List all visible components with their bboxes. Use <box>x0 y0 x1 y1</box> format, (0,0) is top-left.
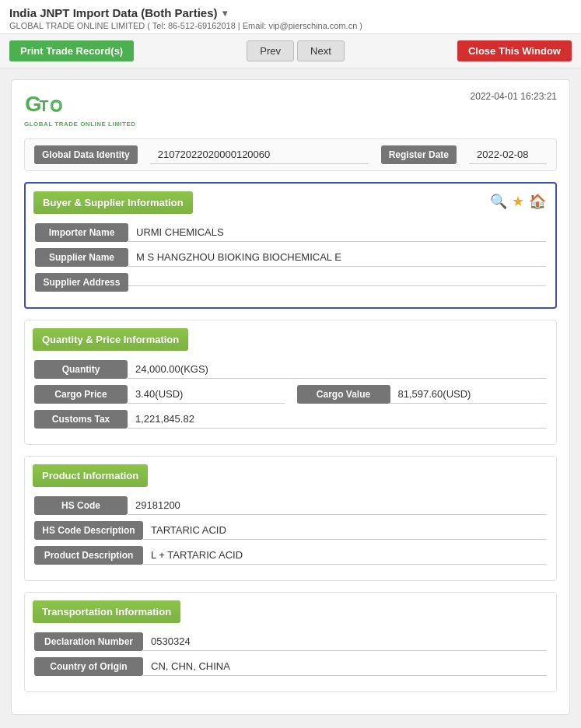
star-icon[interactable]: ★ <box>512 193 524 210</box>
transportation-body: Declaration Number 0530324 Country of Or… <box>25 629 556 691</box>
buyer-supplier-body: Importer Name URMI CHEMICALS Supplier Na… <box>26 220 555 307</box>
supplier-address-value <box>128 279 546 286</box>
quantity-price-body: Quantity 24,000.00(KGS) Cargo Price 3.40… <box>25 357 556 444</box>
print-button[interactable]: Print Trade Record(s) <box>9 40 134 61</box>
main-content: G T O GLOBAL TRADE ONLINE LIMITED 2022-0… <box>0 68 581 726</box>
quantity-value: 24,000.00(KGS) <box>128 360 547 379</box>
customs-tax-value: 1,221,845.82 <box>128 410 547 429</box>
hs-desc-label: HS Code Description <box>34 521 143 540</box>
quantity-price-section: Quantity & Price Information Quantity 24… <box>24 320 557 445</box>
hs-desc-value: TARTARIC ACID <box>143 521 547 540</box>
customs-tax-row: Customs Tax 1,221,845.82 <box>34 410 547 429</box>
country-label: Country of Origin <box>34 657 143 676</box>
supplier-row: Supplier Name M S HANGZHOU BIOKING BIOCH… <box>35 248 546 267</box>
declaration-row: Declaration Number 0530324 <box>34 632 547 651</box>
svg-text:O: O <box>51 97 62 114</box>
subtitle-text: GLOBAL TRADE ONLINE LIMITED ( Tel: 86-51… <box>9 21 572 30</box>
hs-code-row: HS Code 29181200 <box>34 496 547 515</box>
quantity-row: Quantity 24,000.00(KGS) <box>34 360 547 379</box>
product-desc-value: L + TARTARIC ACID <box>143 546 547 565</box>
svg-text:T: T <box>40 97 49 114</box>
identity-value: 21072022020000120060 <box>150 145 369 164</box>
cargo-price-value: 3.40(USD) <box>128 385 285 404</box>
register-date-label: Register Date <box>381 145 457 164</box>
page-title: India JNPT Import Data (Both Parties) ▾ <box>9 6 572 19</box>
transportation-section: Transportation Information Declaration N… <box>24 592 557 692</box>
declaration-label: Declaration Number <box>34 632 143 651</box>
logo-area: G T O GLOBAL TRADE ONLINE LIMITED <box>24 91 136 128</box>
product-header: Product Information <box>33 464 148 487</box>
toolbar: Print Trade Record(s) Prev Next Close Th… <box>0 34 581 68</box>
global-data-row: Global Data Identity 2107202202000012006… <box>24 138 557 171</box>
nav-buttons: Prev Next <box>247 40 344 61</box>
supplier-value: M S HANGZHOU BIOKING BIOCHEMICAL E <box>128 248 546 267</box>
cargo-price-label: Cargo Price <box>34 385 128 404</box>
identity-label: Global Data Identity <box>34 145 138 164</box>
logo-text: GLOBAL TRADE ONLINE LIMITED <box>24 121 136 128</box>
cargo-value-field: Cargo Value 81,597.60(USD) <box>297 385 548 404</box>
prev-button[interactable]: Prev <box>247 40 294 61</box>
declaration-value: 0530324 <box>143 632 547 651</box>
supplier-address-label: Supplier Address <box>35 273 128 292</box>
country-row: Country of Origin CN, CHN, CHINA <box>34 657 547 676</box>
record-card: G T O GLOBAL TRADE ONLINE LIMITED 2022-0… <box>11 79 570 715</box>
register-date-value: 2022-02-08 <box>469 145 547 164</box>
gto-logo: G T O <box>24 91 65 119</box>
close-button[interactable]: Close This Window <box>457 40 572 61</box>
transportation-header: Transportation Information <box>33 600 180 623</box>
search-icon[interactable]: 🔍 <box>490 193 507 210</box>
supplier-label: Supplier Name <box>35 248 128 267</box>
hs-code-label: HS Code <box>34 496 128 515</box>
product-section: Product Information HS Code 29181200 HS … <box>24 456 557 581</box>
top-bar: India JNPT Import Data (Both Parties) ▾ … <box>0 0 581 34</box>
product-desc-label: Product Description <box>34 546 143 565</box>
record-datetime: 2022-04-01 16:23:21 <box>471 91 557 102</box>
home-icon[interactable]: 🏠 <box>529 193 546 210</box>
cargo-value-label: Cargo Value <box>297 385 390 404</box>
importer-label: Importer Name <box>35 223 128 242</box>
next-button[interactable]: Next <box>297 40 345 61</box>
buyer-supplier-section: 🔍 ★ 🏠 Buyer & Supplier Information Impor… <box>24 182 557 309</box>
importer-row: Importer Name URMI CHEMICALS <box>35 223 546 242</box>
record-header: G T O GLOBAL TRADE ONLINE LIMITED 2022-0… <box>24 91 557 128</box>
cargo-price-field: Cargo Price 3.40(USD) <box>34 385 285 404</box>
quantity-label: Quantity <box>34 360 128 379</box>
cargo-value-value: 81,597.60(USD) <box>390 385 548 404</box>
customs-tax-label: Customs Tax <box>34 410 128 429</box>
product-body: HS Code 29181200 HS Code Description TAR… <box>25 493 556 580</box>
title-text: India JNPT Import Data (Both Parties) <box>9 6 218 19</box>
dropdown-arrow-icon[interactable]: ▾ <box>222 8 227 19</box>
quantity-price-header: Quantity & Price Information <box>33 328 188 351</box>
product-desc-row: Product Description L + TARTARIC ACID <box>34 546 547 565</box>
supplier-address-row: Supplier Address <box>35 273 546 292</box>
importer-value: URMI CHEMICALS <box>128 223 546 242</box>
cargo-price-row: Cargo Price 3.40(USD) Cargo Value 81,597… <box>34 385 547 404</box>
section-icons: 🔍 ★ 🏠 <box>490 193 546 210</box>
buyer-supplier-header: Buyer & Supplier Information <box>33 191 193 214</box>
hs-desc-row: HS Code Description TARTARIC ACID <box>34 521 547 540</box>
country-value: CN, CHN, CHINA <box>143 657 547 676</box>
hs-code-value: 29181200 <box>128 496 547 515</box>
